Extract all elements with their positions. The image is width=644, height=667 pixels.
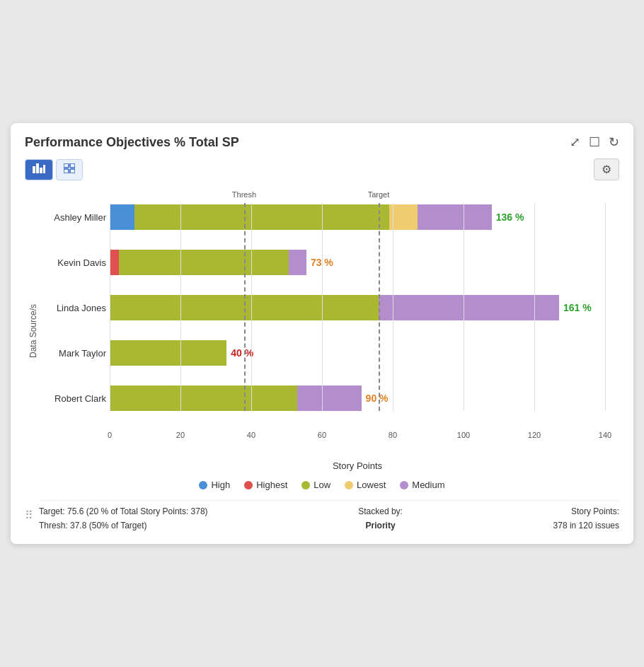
bar-segment-highest [110, 250, 119, 275]
bar-segment-low [134, 204, 389, 230]
legend-item-low: Low [301, 480, 330, 490]
bar-chart-view-button[interactable] [25, 159, 53, 180]
legend-dot-high [199, 481, 207, 489]
legend-label-lowest: Lowest [357, 480, 386, 490]
page-title: Performance Objectives % Total SP [25, 135, 239, 150]
chart-plot: Thresh Target Ashley Miller136 %Kevin Da… [110, 190, 605, 411]
legend-item-medium: Medium [400, 480, 444, 490]
x-tick-100: 100 [457, 431, 470, 439]
bar-container: 161 % [110, 295, 605, 320]
svg-rect-3 [43, 165, 45, 173]
bar-row: Robert Clark90 % [110, 385, 605, 411]
expand-icon[interactable]: ☐ [589, 134, 600, 150]
bar-pct-label: 40 % [231, 347, 253, 359]
x-axis: 0 20 40 60 80 100 120 140 [110, 431, 605, 443]
chart-inner: Thresh Target Ashley Miller136 %Kevin Da… [39, 190, 619, 471]
x-tick-0: 0 [108, 431, 112, 439]
footer-mid: Stacked by: Priority [358, 505, 403, 532]
x-tick-140: 140 [599, 431, 611, 439]
refresh-icon[interactable]: ↻ [609, 134, 619, 150]
main-card: Performance Objectives % Total SP ⤢ ☐ ↻ [11, 123, 633, 543]
bar-row-label: Linda Jones [35, 303, 106, 313]
footer-sp-value: 378 in 120 issues [553, 519, 619, 533]
legend-item-high: High [199, 480, 230, 490]
x-axis-label: Story Points [110, 460, 605, 471]
grid-line-120 [534, 203, 535, 411]
svg-rect-7 [70, 169, 75, 173]
bar-segment-high [110, 204, 134, 230]
bar-row: Linda Jones161 % [110, 295, 605, 320]
svg-rect-5 [70, 163, 75, 168]
bar-container: 90 % [110, 385, 605, 411]
bar-row: Kevin Davis73 % [110, 250, 605, 275]
svg-rect-1 [36, 163, 39, 173]
bar-rows: Ashley Miller136 %Kevin Davis73 %Linda J… [110, 190, 605, 411]
bar-segment-low [110, 340, 226, 366]
thresh-line [244, 203, 246, 411]
footer-sp-label: Story Points: [553, 505, 619, 518]
grid-line-60 [322, 203, 323, 411]
header: Performance Objectives % Total SP ⤢ ☐ ↻ [25, 134, 619, 150]
svg-rect-4 [64, 163, 69, 168]
bar-segment-medium [418, 204, 492, 230]
shrink-icon[interactable]: ⤢ [570, 134, 580, 150]
bar-row-label: Mark Taylor [35, 348, 106, 359]
x-tick-40: 40 [247, 431, 255, 439]
bar-row: Mark Taylor40 % [110, 340, 605, 366]
y-axis-label: Data Source/s [25, 190, 39, 471]
legend-dot-lowest [345, 481, 353, 489]
bar-pct-label: 136 % [496, 211, 524, 223]
grid-line-140 [605, 203, 606, 411]
grid-line-0 [110, 203, 110, 411]
svg-rect-6 [64, 169, 69, 173]
bar-segment-medium [289, 250, 306, 275]
legend-dot-highest [244, 481, 253, 489]
bar-segment-low [110, 385, 297, 411]
bottom-row: ⠿ Target: 75.6 (20 % of Total Story Poin… [25, 497, 619, 532]
bar-pct-label: 90 % [366, 393, 389, 404]
thresh-label: Thresh [232, 190, 256, 199]
target-line [379, 203, 380, 411]
footer: Target: 75.6 (20 % of Total Story Points… [39, 500, 619, 532]
grid-line-40 [251, 203, 252, 411]
grid-line-80 [393, 203, 393, 411]
drag-handle-icon[interactable]: ⠿ [25, 509, 33, 522]
header-icons: ⤢ ☐ ↻ [570, 134, 619, 150]
legend-item-lowest: Lowest [345, 480, 386, 490]
table-view-button[interactable] [56, 159, 83, 180]
grid-line-100 [464, 203, 464, 411]
bar-row-label: Kevin Davis [35, 257, 106, 268]
bar-segment-medium [379, 295, 559, 320]
bar-row-label: Robert Clark [35, 393, 106, 404]
grid-line-20 [180, 203, 181, 411]
bar-row: Ashley Miller136 % [110, 204, 605, 230]
legend-item-highest: Highest [244, 480, 287, 490]
bar-container: 73 % [110, 250, 605, 275]
legend-label-high: High [211, 480, 230, 490]
bar-segment-low [119, 250, 289, 275]
legend-dot-medium [400, 481, 408, 489]
legend: HighHighestLowLowestMedium [25, 480, 619, 490]
svg-rect-2 [40, 168, 42, 173]
x-tick-60: 60 [318, 431, 326, 439]
toolbar: ⚙ [25, 158, 619, 180]
footer-stacked-by-value: Priority [358, 519, 403, 533]
settings-button[interactable]: ⚙ [594, 158, 619, 180]
table-icon [64, 163, 75, 173]
footer-stacked-by-label: Stacked by: [358, 505, 403, 518]
x-tick-20: 20 [176, 431, 185, 439]
bar-container: 136 % [110, 204, 605, 230]
footer-thresh: Thresh: 37.8 (50% of Target) [39, 519, 208, 533]
legend-dot-low [301, 481, 310, 489]
chart-area: Data Source/s Thresh Target Ashley Mille… [25, 190, 619, 471]
target-label: Target [368, 190, 390, 199]
legend-label-highest: Highest [256, 480, 287, 490]
bar-segment-medium [297, 385, 361, 411]
bar-chart-icon [33, 163, 45, 173]
bar-pct-label: 161 % [563, 302, 592, 313]
bar-container: 40 % [110, 340, 605, 366]
footer-left: Target: 75.6 (20 % of Total Story Points… [39, 505, 208, 532]
x-tick-120: 120 [528, 431, 541, 439]
view-buttons [25, 159, 83, 180]
legend-label-low: Low [314, 480, 330, 490]
